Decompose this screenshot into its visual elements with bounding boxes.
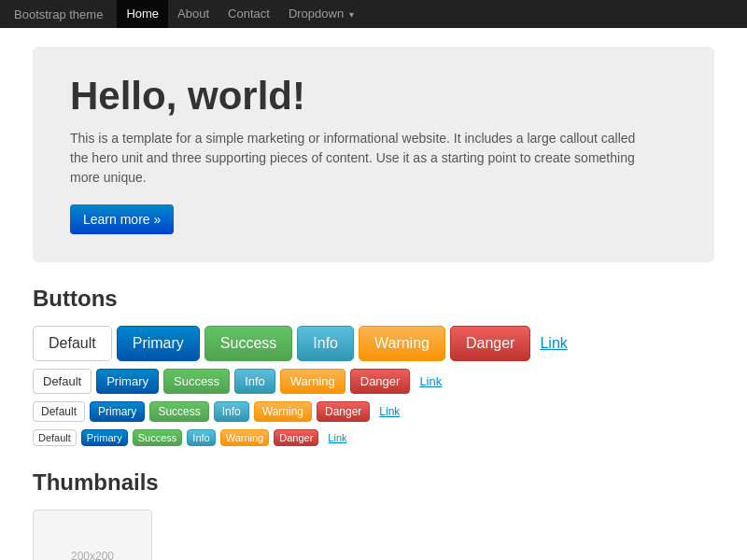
btn-info-lg[interactable]: Info [297,326,354,361]
btn-link-xs[interactable]: Link [323,432,351,443]
btn-default-md[interactable]: Default [33,369,92,394]
thumbnails-title: Thumbnails [33,469,714,496]
btn-default-sm[interactable]: Default [33,401,85,422]
btn-info-md[interactable]: Info [234,369,275,394]
button-row-sm: Default Primary Success Info Warning Dan… [33,401,714,422]
button-row-xs: Default Primary Success Info Warning Dan… [33,429,714,446]
button-row-lg: Default Primary Success Info Warning Dan… [33,326,714,361]
btn-primary-sm[interactable]: Primary [90,401,145,422]
btn-info-sm[interactable]: Info [214,401,249,422]
btn-danger-xs[interactable]: Danger [274,429,318,446]
buttons-section: Buttons Default Primary Success Info War… [33,286,714,446]
btn-primary-lg[interactable]: Primary [117,326,200,361]
thumbnail-label: 200x200 [71,550,114,560]
btn-danger-sm[interactable]: Danger [317,401,370,422]
btn-success-sm[interactable]: Success [149,401,208,422]
btn-info-xs[interactable]: Info [187,429,215,446]
nav-item-about[interactable]: About [168,0,218,29]
nav-link-contact[interactable]: Contact [218,0,279,28]
btn-danger-md[interactable]: Danger [350,369,411,394]
thumbnails-section: Thumbnails 200x200 [33,469,714,560]
btn-success-xs[interactable]: Success [133,429,183,446]
btn-warning-sm[interactable]: Warning [254,401,312,422]
nav-link-dropdown[interactable]: Dropdown ▾ [279,0,363,29]
btn-success-md[interactable]: Success [163,369,230,394]
hero-title: Hello, world! [70,75,677,118]
hero-unit: Hello, world! This is a template for a s… [33,47,714,262]
learn-more-button[interactable]: Learn more » [70,204,174,234]
button-row-md: Default Primary Success Info Warning Dan… [33,369,714,394]
btn-link-sm[interactable]: Link [374,405,404,418]
btn-warning-xs[interactable]: Warning [220,429,270,446]
main-content: Hello, world! This is a template for a s… [19,28,728,560]
nav-item-dropdown[interactable]: Dropdown ▾ [279,0,363,29]
navbar: Bootstrap theme Home About Contact Dropd… [0,0,747,28]
btn-danger-lg[interactable]: Danger [450,326,530,361]
hero-description: This is a template for a simple marketin… [70,129,649,188]
btn-link-md[interactable]: Link [415,374,446,388]
btn-default-xs[interactable]: Default [33,429,77,446]
nav-item-home[interactable]: Home [117,0,168,29]
navbar-nav: Home About Contact Dropdown ▾ [117,0,362,29]
btn-success-lg[interactable]: Success [204,326,292,361]
thumbnail-item: 200x200 [33,510,152,560]
btn-warning-md[interactable]: Warning [280,369,345,394]
btn-primary-xs[interactable]: Primary [81,429,128,446]
nav-item-contact[interactable]: Contact [218,0,279,29]
nav-link-about[interactable]: About [168,0,218,28]
nav-link-home[interactable]: Home [117,0,168,28]
chevron-down-icon: ▾ [349,9,354,20]
btn-primary-md[interactable]: Primary [96,369,159,394]
btn-default-lg[interactable]: Default [33,326,112,361]
navbar-brand[interactable]: Bootstrap theme [14,7,103,21]
btn-link-lg[interactable]: Link [535,335,571,352]
btn-warning-lg[interactable]: Warning [359,326,445,361]
buttons-title: Buttons [33,286,714,312]
